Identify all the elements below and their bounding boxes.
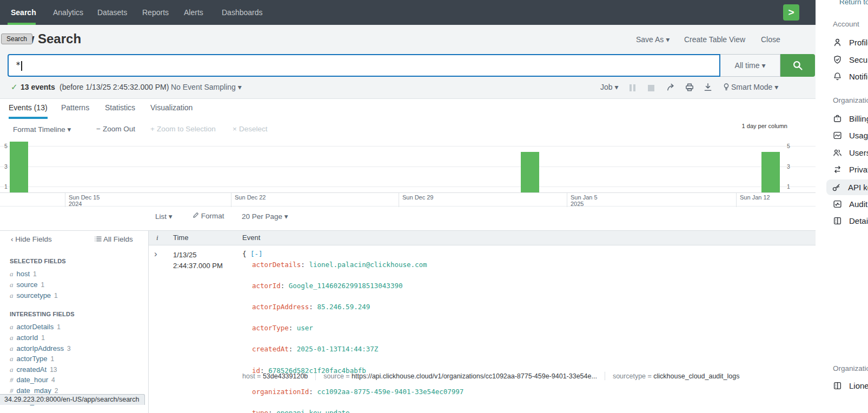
text-cursor [21, 61, 22, 71]
organization-building-icon [833, 381, 842, 390]
menu-item-profile[interactable]: Profile [833, 38, 868, 47]
events-table: i Time Event › 1/13/252:44:37.000 PM { [… [149, 230, 816, 413]
tab-statistics[interactable]: Statistics [105, 103, 135, 117]
timeline-bar[interactable] [761, 152, 780, 192]
time-range-picker[interactable]: All time ▾ [720, 54, 780, 77]
zoom-to-selection-button[interactable]: +Zoom to Selection [150, 125, 216, 133]
deselect-button[interactable]: ×Deselect [233, 125, 267, 133]
menu-item-usage[interactable]: Usage [833, 131, 868, 140]
json-value: cc1092aa-8775-459e-9401-33e54ec07997 [317, 388, 463, 396]
caret-down-icon: ▾ [666, 35, 670, 44]
menu-item-organization-lionel[interactable]: Lionel [833, 381, 868, 390]
event-sampling-dropdown[interactable]: No Event Sampling ▾ [171, 83, 242, 91]
nav-item-reports[interactable]: Reports [142, 0, 169, 25]
format-results-button[interactable]: Format [192, 212, 224, 220]
nav-item-dashboards[interactable]: Dashboards [222, 0, 263, 25]
field-item-source[interactable]: asource1 [10, 281, 44, 291]
field-item-actorType[interactable]: aactorType1 [10, 355, 54, 365]
nav-item-alerts[interactable]: Alerts [184, 0, 203, 25]
expand-event-icon[interactable]: › [154, 249, 157, 258]
export-download-icon[interactable] [703, 82, 713, 92]
zoom-out-button[interactable]: −Zoom Out [96, 125, 135, 133]
field-item-actorId[interactable]: aactorId1 [10, 334, 45, 344]
divider [315, 372, 316, 380]
stop-job-icon[interactable] [648, 85, 654, 91]
nav-item-analytics[interactable]: Analytics [53, 0, 83, 25]
job-menu[interactable]: Job ▾ [600, 83, 619, 91]
screen: Search Analytics Datasets Reports Alerts… [0, 0, 868, 413]
field-item-createdAt[interactable]: acreatedAt13 [10, 365, 57, 376]
link-tooltip: Search [1, 34, 32, 44]
menu-item-audit[interactable]: Audit [833, 199, 867, 209]
print-icon[interactable] [685, 82, 694, 92]
field-type-prefix: a [10, 291, 14, 299]
tab-patterns[interactable]: Patterns [61, 103, 89, 117]
menu-item-details[interactable]: Details [833, 216, 868, 225]
magnifier-icon [792, 60, 803, 71]
collapse-json-link[interactable]: [-] [250, 250, 263, 258]
hide-fields-button[interactable]: ‹ Hide Fields [11, 235, 52, 243]
x-axis-tick: Sun Dec 22 [231, 193, 266, 207]
menu-item-billing[interactable]: Billing [833, 114, 868, 123]
event-meta-fields: host53de4339120b sourcehttps://api.click… [242, 372, 739, 380]
x-axis-tick: Sun Jan 52025 [567, 193, 598, 207]
job-done-check-icon: ✓ [11, 82, 18, 92]
field-item-actorDetails[interactable]: aactorDetails1 [10, 323, 61, 334]
column-time: Time [173, 234, 188, 242]
timeline-chart[interactable]: 553311 [0, 140, 816, 192]
field-type-prefix: a [10, 365, 14, 374]
field-item-actorIpAddress[interactable]: aactorIpAddress3 [10, 344, 71, 355]
caret-down-icon: ▾ [68, 125, 71, 134]
tab-events[interactable]: Events (13) [9, 103, 48, 119]
menu-item-api-keys[interactable]: API keys [826, 179, 868, 195]
search-input[interactable]: * [8, 54, 720, 77]
field-type-prefix: a [10, 323, 14, 331]
all-fields-button[interactable]: All Fields [95, 235, 133, 243]
meta-source[interactable]: sourcehttps://api.clickhouse.cloud/v1/or… [323, 372, 597, 380]
audit-pulse-icon [833, 199, 842, 209]
list-view-dropdown[interactable]: List ▾ [155, 212, 173, 221]
caret-down-icon: ▾ [761, 61, 765, 70]
field-type-prefix: a [10, 270, 14, 278]
y-axis-label: 3 [787, 163, 790, 170]
menu-item-users[interactable]: Users [833, 148, 868, 157]
field-type-prefix: # [10, 387, 14, 395]
timeline-bar[interactable] [521, 152, 539, 192]
timeline-bar[interactable] [10, 142, 28, 192]
create-table-view-button[interactable]: Create Table View [684, 35, 745, 44]
bell-icon [833, 72, 842, 81]
return-to-link[interactable]: Return to [839, 0, 868, 6]
field-item-host[interactable]: ahost1 [10, 270, 37, 281]
menu-item-security[interactable]: Security [833, 55, 868, 64]
billing-icon [833, 114, 842, 123]
json-value: openapi_key_update [276, 409, 349, 413]
format-timeline-dropdown[interactable]: Format Timeline ▾ [13, 125, 71, 134]
event-count: 13 events [21, 83, 55, 91]
save-as-button[interactable]: Save As ▾ [636, 35, 670, 44]
splunk-logo-icon[interactable]: > [783, 4, 799, 21]
meta-host[interactable]: host53de4339120b [242, 372, 308, 380]
close-button[interactable]: Close [761, 35, 780, 44]
tab-visualization[interactable]: Visualization [150, 103, 193, 117]
shield-check-icon [833, 55, 842, 64]
users-icon [833, 148, 842, 157]
field-item-date_hour[interactable]: #date_hour4 [10, 376, 55, 387]
nav-item-datasets[interactable]: Datasets [97, 0, 127, 25]
json-value: 85.246.59.249 [317, 303, 370, 311]
share-icon[interactable] [666, 82, 676, 92]
search-mode-dropdown[interactable]: Smart Mode ▾ [731, 83, 778, 91]
field-type-prefix: a [10, 281, 14, 289]
menu-item-private-endpoints[interactable]: Private [833, 165, 868, 174]
plus-icon: + [150, 125, 155, 133]
per-page-dropdown[interactable]: 20 Per Page ▾ [242, 212, 288, 221]
events-table-header: i Time Event [149, 230, 816, 245]
timeline-scale-note: 1 day per column [742, 123, 787, 129]
search-submit-button[interactable] [780, 54, 815, 77]
nav-item-search[interactable]: Search [11, 0, 36, 25]
field-item-sourcetype[interactable]: asourcetype1 [10, 291, 58, 302]
json-key: organizationId [252, 388, 317, 396]
y-axis-label: 1 [4, 183, 8, 190]
meta-sourcetype[interactable]: sourcetypeclickhouse_cloud_audit_logs [613, 372, 740, 380]
menu-item-notifications[interactable]: Notifications [833, 72, 868, 81]
pause-job-icon[interactable] [630, 84, 636, 91]
